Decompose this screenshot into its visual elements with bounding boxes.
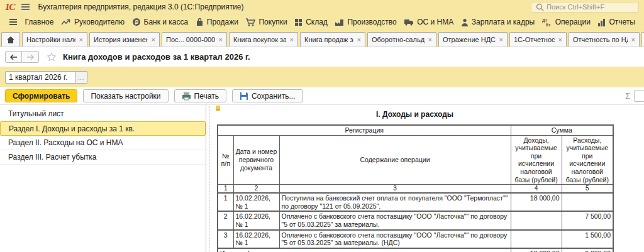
tab-label: История изменен... bbox=[94, 36, 148, 43]
global-search[interactable]: Поиск Ctrl+Shift+F bbox=[531, 2, 639, 13]
sections-list: Титульный лист Раздел I. Доходы и расход… bbox=[0, 105, 206, 252]
tab-declaration[interactable]: Декл bbox=[641, 32, 644, 47]
column-header-row: № п/п Дата и номер первичного документа … bbox=[218, 135, 613, 185]
section-label: Раздел III. Расчет убытка bbox=[8, 153, 96, 162]
menu-label: ОС и НМА bbox=[417, 18, 453, 26]
tab-vat-reporting[interactable]: Отчетность по НДС × bbox=[569, 32, 640, 47]
cell-content: Оплачено с банковского счета поставщику … bbox=[279, 230, 511, 248]
cell-doc: 16.02.2026, № 1 bbox=[233, 230, 279, 248]
table-row[interactable]: 1 10.02.2026, № 1 Поступила на банковски… bbox=[218, 193, 613, 211]
tab-close-icon[interactable]: × bbox=[357, 36, 361, 43]
group-registration: Регистрация bbox=[218, 125, 511, 135]
menu-production[interactable]: Производство bbox=[335, 18, 396, 26]
report-section-title: I. Доходы и расходы bbox=[217, 110, 613, 119]
tab-vat-reflection[interactable]: Отражение НДС ... × bbox=[438, 32, 508, 47]
menu-label: Банк и касса bbox=[144, 18, 189, 26]
menu-sales[interactable]: Продажи bbox=[196, 18, 238, 26]
tab-label: Настройки налог... bbox=[26, 36, 75, 43]
tab-close-icon[interactable]: × bbox=[558, 36, 562, 43]
svg-text:Кт: Кт bbox=[546, 23, 550, 27]
period-input[interactable]: 1 квартал 2026 г. bbox=[5, 71, 75, 84]
tab-label: Отражение НДС ... bbox=[443, 36, 496, 43]
grid-icon bbox=[294, 18, 303, 26]
report-spreadsheet: I. Доходы и расходы Регистрация Сумма № … bbox=[213, 105, 644, 252]
open-windows-tabbar: Настройки налог... × История изменен... … bbox=[0, 30, 644, 47]
save-label: Сохранить... bbox=[252, 92, 296, 101]
menu-salary-hr[interactable]: Зарплата и кадры bbox=[461, 18, 535, 26]
col-number: 2 bbox=[233, 185, 279, 194]
sections-panel-button[interactable] bbox=[9, 18, 18, 26]
menu-purchases[interactable]: Покупки bbox=[245, 18, 287, 26]
menu-operations[interactable]: ДтКт Операции bbox=[542, 18, 591, 26]
report-toolbar: Сформировать Показать настройки Печать С… bbox=[0, 87, 644, 104]
section-label: Титульный лист bbox=[8, 109, 64, 118]
menu-label: Руководителю bbox=[74, 18, 125, 26]
generate-button[interactable]: Сформировать bbox=[5, 89, 77, 102]
window-titlebar: 1С Бухгалтерия предприятия, редакция 3.0… bbox=[0, 0, 644, 14]
report-parameters-band: 1 квартал 2026 г. ... bbox=[0, 67, 644, 87]
home-tab[interactable] bbox=[1, 32, 20, 47]
menu-manager[interactable]: Руководителю bbox=[61, 18, 125, 26]
period-choose-button[interactable]: ... bbox=[75, 71, 87, 84]
back-button[interactable] bbox=[5, 51, 22, 63]
menu-label: Продажи bbox=[207, 18, 238, 26]
cell-doc: 16.02.2026, № 1 bbox=[233, 211, 279, 229]
tab-change-history[interactable]: История изменен... × bbox=[89, 32, 160, 47]
print-button[interactable]: Печать bbox=[174, 89, 226, 102]
tab-close-icon[interactable]: × bbox=[152, 36, 155, 43]
tab-close-icon[interactable]: × bbox=[631, 36, 635, 43]
sum-sigma-icon: Σ bbox=[625, 91, 630, 101]
show-settings-button[interactable]: Показать настройки bbox=[83, 89, 168, 102]
total-label: Итого за I квартал bbox=[218, 248, 511, 252]
tab-receipt-document[interactable]: Пос... 0000-000001 × bbox=[162, 32, 227, 47]
col-header-income: Доходы, учитываемые при исчислении налог… bbox=[511, 135, 562, 185]
tab-purchase-book[interactable]: Книга покупок за ... × bbox=[229, 32, 298, 47]
debit-credit-icon: ДтКт bbox=[542, 18, 552, 26]
favorite-star-icon[interactable] bbox=[47, 52, 57, 62]
table-row[interactable]: 3 16.02.2026, № 1 Оплачено с банковского… bbox=[218, 230, 613, 248]
section-label: Раздел I. Доходы и расходы за 1 кв. bbox=[9, 124, 135, 133]
menu-reports[interactable]: Отчеты bbox=[597, 18, 635, 26]
menu-bank-cash[interactable]: ₽ Банк и касса bbox=[132, 18, 189, 26]
main-menu-icon[interactable] bbox=[21, 4, 30, 10]
tab-close-icon[interactable]: × bbox=[499, 36, 503, 43]
spreadsheet-corner-marker bbox=[216, 106, 220, 111]
tab-close-icon[interactable]: × bbox=[290, 36, 294, 43]
save-button[interactable]: Сохранить... bbox=[232, 89, 303, 102]
total-income: 18 000,00 bbox=[511, 248, 562, 252]
panel-splitter[interactable] bbox=[206, 105, 213, 252]
menu-main[interactable]: Главное bbox=[25, 18, 54, 26]
section-item-3-loss[interactable]: Раздел III. Расчет убытка bbox=[0, 150, 206, 165]
total-row: Итого за I квартал 18 000,00 9 000,00 bbox=[218, 248, 613, 252]
tab-trial-balance[interactable]: Оборотно-сальд... × bbox=[367, 32, 436, 47]
cell-expense: 7 500,00 bbox=[562, 211, 613, 229]
ruble-coin-icon: ₽ bbox=[132, 18, 141, 26]
section-item-title-page[interactable]: Титульный лист bbox=[0, 107, 206, 121]
sections-icon bbox=[9, 18, 18, 26]
back-arrow-icon bbox=[10, 54, 18, 60]
col-header-expense: Расходы, учитываемые при исчислении нало… bbox=[562, 135, 613, 185]
menu-label: Отчеты bbox=[609, 18, 635, 26]
bag-icon bbox=[196, 18, 204, 26]
table-row[interactable]: 2 16.02.2026, № 1 Оплачено с банковского… bbox=[218, 211, 613, 229]
barchart-icon bbox=[597, 18, 606, 26]
menu-label: Зарплата и кадры bbox=[472, 18, 535, 26]
save-floppy-icon bbox=[240, 92, 248, 101]
col-number: 4 bbox=[511, 185, 562, 194]
cell-content: Оплачено с банковского счета поставщику … bbox=[279, 211, 511, 229]
tab-close-icon[interactable]: × bbox=[79, 36, 83, 43]
tab-close-icon[interactable]: × bbox=[428, 36, 432, 43]
menu-warehouse[interactable]: Склад bbox=[294, 18, 328, 26]
tab-1c-reporting[interactable]: 1С-Отчетность × bbox=[509, 32, 567, 47]
forward-button[interactable] bbox=[22, 51, 39, 63]
tab-tax-settings[interactable]: Настройки налог... × bbox=[22, 32, 87, 47]
section-item-1-income-expense[interactable]: Раздел I. Доходы и расходы за 1 кв. bbox=[0, 121, 206, 136]
tab-close-icon[interactable]: × bbox=[219, 36, 223, 43]
cell-num: 3 bbox=[218, 230, 233, 248]
tab-sales-book[interactable]: Книга продаж за ... × bbox=[300, 32, 365, 47]
section-menubar: Главное Руководителю ₽ Банк и касса Прод… bbox=[0, 14, 644, 30]
menu-os-nma[interactable]: ОС и НМА bbox=[404, 18, 453, 26]
sum-result-field[interactable] bbox=[634, 90, 644, 102]
forward-arrow-icon bbox=[26, 54, 34, 60]
section-item-2-os-nma[interactable]: Раздел II. Расходы на ОС и НМА bbox=[0, 136, 206, 150]
